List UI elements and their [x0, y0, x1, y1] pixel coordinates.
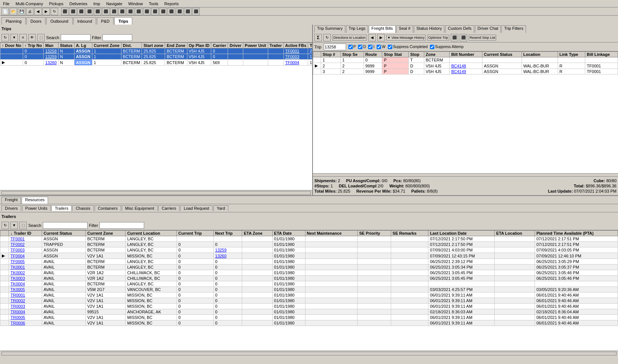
tr-row-id[interactable]: TK0001 — [9, 265, 42, 270]
tab-pad[interactable]: P&D — [97, 17, 114, 25]
tr-row-id[interactable]: TK0002 — [9, 270, 42, 276]
tab-planning[interactable]: Planning — [1, 17, 26, 25]
back-right-btn[interactable]: ◀ — [368, 34, 376, 41]
cb-suppress-attemp[interactable] — [430, 45, 434, 49]
tr-row-id[interactable]: TF0003 — [9, 247, 42, 253]
tab-trips[interactable]: Trips — [114, 17, 132, 25]
print-btn[interactable]: 🖨 — [26, 8, 34, 15]
cb-d[interactable] — [358, 45, 362, 49]
tr-col-status[interactable]: Current Status — [42, 231, 86, 236]
tr-col-se-pri[interactable]: SE Priority — [358, 231, 391, 236]
menu-imp[interactable]: Imp — [92, 1, 102, 6]
tab-custom-defs[interactable]: Custom Defs — [445, 25, 474, 33]
tr-col-pta[interactable]: Planned Time Available (PTA) — [535, 231, 618, 236]
menu-pickups[interactable]: Pickups — [48, 1, 65, 6]
fb-row-bill[interactable] — [450, 57, 482, 63]
icon-btn-7[interactable]: ⬛ — [110, 8, 118, 15]
col-start[interactable]: Start zone — [142, 43, 165, 48]
tab-driver-chat[interactable]: Driver Chat — [475, 25, 501, 33]
tr-col-eta-zone[interactable]: ETA Zone — [242, 231, 272, 236]
tr-row-nexttrip[interactable]: 13259 — [213, 247, 242, 253]
opt-icon2[interactable]: ⬛ — [460, 34, 467, 41]
trips-row-tripno[interactable]: 13260 — [44, 60, 58, 66]
tr-col-location[interactable]: Current Location — [126, 231, 177, 236]
icon-btn-6[interactable]: ⬛ — [102, 8, 110, 15]
trailers-filter-btn[interactable]: ▼ — [10, 222, 18, 229]
tab-yard[interactable]: Yard — [213, 205, 228, 211]
tr-col-zone[interactable]: Current Zone — [86, 231, 126, 236]
trailers-refresh-btn[interactable]: ↻ — [1, 222, 9, 229]
tr-col-arrow[interactable] — [0, 231, 9, 236]
trip-number-input[interactable] — [324, 44, 346, 50]
tr-row-id[interactable]: TR0005 — [9, 315, 42, 320]
tr-col-last-loc[interactable]: Last Location Date — [428, 231, 495, 236]
col-alg[interactable]: A. Lg — [74, 43, 92, 48]
col-zone[interactable]: Current Zone — [92, 43, 121, 48]
fb-col-route[interactable]: Route — [364, 52, 382, 57]
menu-navigate[interactable]: Navigate — [105, 1, 124, 6]
col-man[interactable]: Man — [44, 43, 58, 48]
tr-col-eta-loc[interactable]: ETA Location — [495, 231, 535, 236]
col-trip[interactable]: ↑ Trip No — [23, 43, 43, 48]
menu-reports[interactable]: Reports — [163, 1, 180, 6]
trailers-filter-input[interactable] — [99, 222, 144, 229]
trailers-export-btn[interactable]: ⬚ — [19, 222, 27, 229]
col-dist[interactable]: Dist. — [121, 43, 142, 48]
tr-col-next-maint[interactable]: Next Maintenance — [305, 231, 358, 236]
icon-btn-12[interactable]: ⬛ — [151, 8, 159, 15]
fb-col-linktype[interactable]: Link Type — [558, 52, 585, 57]
cb-p[interactable] — [348, 45, 353, 49]
resend-stop-list-btn[interactable]: Resend Stop List — [469, 35, 497, 41]
icon-btn-3[interactable]: ⬛ — [77, 8, 85, 15]
tr-row-id[interactable]: TR0004 — [9, 309, 42, 315]
directions-btn[interactable]: Directions to Location — [332, 35, 367, 41]
tr-row-id[interactable]: TR0006 — [9, 320, 42, 326]
fb-col-stopse[interactable]: Stop Se — [340, 52, 364, 57]
col-driver[interactable]: Driver — [228, 43, 243, 48]
icon-btn-10[interactable]: ⬛ — [135, 8, 142, 15]
trips-refresh-btn[interactable]: ↻ — [1, 34, 9, 41]
tab-power-units[interactable]: Power Units — [22, 205, 51, 211]
tr-row-id[interactable]: TR0002 — [9, 298, 42, 304]
tab-doors[interactable]: Doors — [26, 17, 45, 25]
icon-btn-1[interactable]: ⬛ — [61, 8, 69, 15]
icon-btn-4[interactable]: ⬛ — [86, 8, 93, 15]
icon-btn-17[interactable]: ⬛ — [192, 8, 200, 15]
fb-col-bill[interactable]: Bill Number — [450, 52, 482, 57]
tab-containers[interactable]: Containers — [95, 205, 121, 211]
trips-filter-btn[interactable]: ▼ — [10, 34, 18, 41]
col-door[interactable]: ↑ Door No — [0, 43, 23, 48]
tr-col-eta-date[interactable]: ETA Date — [272, 231, 305, 236]
refresh-right-btn[interactable]: ↻ — [323, 34, 331, 41]
icon-btn-9[interactable]: ⬛ — [127, 8, 134, 15]
forward-btn[interactable]: ▶ — [42, 8, 50, 15]
fb-row-bill[interactable]: BC4148 — [450, 63, 482, 69]
tr-row-nexttrip[interactable]: 13260 — [213, 253, 242, 259]
menu-deliveries[interactable]: Deliveries — [68, 1, 89, 6]
trips-row-tripno[interactable]: 13258 — [44, 48, 58, 54]
open-btn[interactable]: 📂 — [10, 8, 17, 15]
opt-icon1[interactable]: ⬛ — [451, 34, 458, 41]
col-power[interactable]: Power Unit — [243, 43, 268, 48]
tab-trip-filters[interactable]: Trip Filters — [501, 25, 526, 33]
tab-status-history[interactable]: Status History — [414, 25, 444, 33]
tab-seal[interactable]: Seal # — [396, 25, 413, 33]
tab-trailers[interactable]: Trailers — [51, 205, 72, 211]
fwd-right-btn[interactable]: ▶ — [377, 34, 385, 41]
menu-file[interactable]: File — [1, 1, 11, 6]
tab-resources[interactable]: Resources — [22, 197, 48, 204]
icon-btn-5[interactable]: ⬛ — [94, 8, 101, 15]
icon-btn-16[interactable]: ⬛ — [184, 8, 191, 15]
tab-freight-bills[interactable]: Freight Bills — [369, 25, 395, 33]
trips-scrollbar[interactable] — [0, 190, 312, 195]
trips-cols-btn[interactable]: ≡ — [19, 34, 27, 41]
tab-trip-summary[interactable]: Trip Summary — [314, 25, 345, 33]
cb-i[interactable] — [368, 45, 373, 49]
col-carrier[interactable]: Carrier — [211, 43, 228, 48]
fb-col-stop[interactable]: Stop — [409, 52, 424, 57]
fb-col-billlinkage[interactable]: Bill Linkage — [585, 52, 618, 57]
tab-trip-legs[interactable]: Trip Legs — [346, 25, 368, 33]
trailers-search-input[interactable] — [43, 222, 88, 229]
col-status[interactable]: Status — [58, 43, 75, 48]
icon-btn-13[interactable]: ⬛ — [159, 8, 167, 15]
